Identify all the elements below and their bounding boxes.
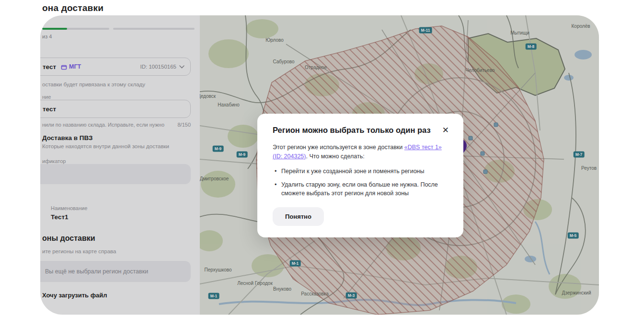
modal-title: Регион можно выбрать только один раз [273, 126, 436, 135]
modal-bullet: Удалить старую зону, если она больше не … [275, 180, 450, 198]
modal-dialog: Регион можно выбрать только один раз ✕ Э… [257, 114, 463, 237]
modal-body-prefix: Этот регион уже используется в зоне дост… [273, 144, 404, 151]
page: она доставки из 4 тест МГТ ID: 1001 [0, 0, 644, 330]
understood-button[interactable]: Понятно [273, 207, 324, 226]
modal-body-suffix: . Что можно сделать: [306, 153, 364, 160]
close-icon[interactable]: ✕ [441, 126, 450, 135]
page-title: она доставки [42, 3, 104, 13]
app-screenshot-card: из 4 тест МГТ ID: 100150165 оста [40, 15, 599, 315]
modal-bullet: Перейти к уже созданной зоне и поменять … [275, 167, 450, 176]
modal-bullets: Перейти к уже созданной зоне и поменять … [275, 167, 450, 198]
